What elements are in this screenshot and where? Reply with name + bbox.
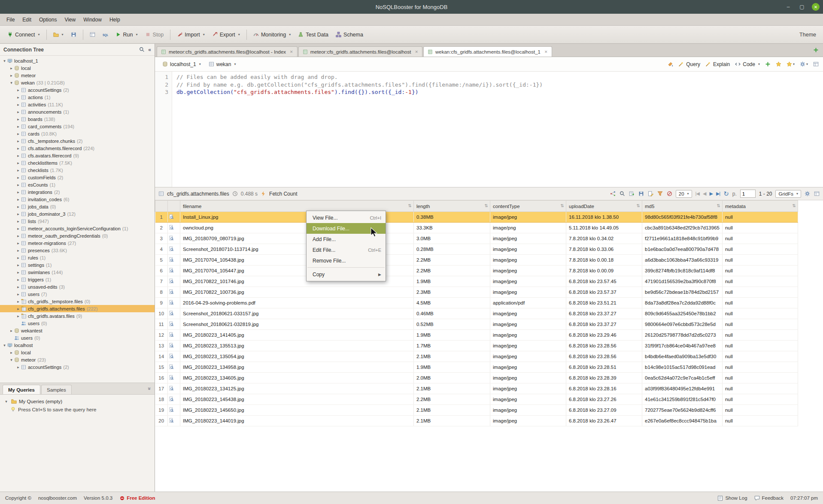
plus-button[interactable] [765, 61, 771, 67]
table-row[interactable]: 17IMG_20180223_134125.jpg2.1MBimage/jpeg… [155, 383, 798, 394]
chevron-right-icon[interactable]: ▸ [15, 292, 21, 296]
close-tab-icon[interactable]: ✕ [290, 50, 293, 54]
test-data-button[interactable]: Test Data [295, 29, 331, 40]
table-row[interactable]: 2owncloud.png33.3KBimage/png5.11.2018 kl… [155, 223, 798, 233]
panel-button[interactable] [813, 61, 819, 67]
export-button[interactable]: Export▾ [209, 29, 243, 40]
page-input[interactable] [740, 190, 756, 198]
menu-help[interactable]: Help [106, 15, 124, 25]
view-file-cell[interactable] [168, 405, 180, 416]
monitoring-button[interactable]: Monitoring▾ [250, 29, 294, 40]
tree-item-lists[interactable]: ▸lists(947) [0, 217, 155, 225]
table-row[interactable]: 3IMG_20180709_080719.jpg3.0MBimage/jpeg7… [155, 233, 798, 244]
tree-item-local[interactable]: ▸local [0, 64, 155, 72]
query-button[interactable]: Query [678, 61, 700, 67]
tree-item-meteor-migrations[interactable]: ▸meteor-migrations(27) [0, 239, 155, 247]
chevron-right-icon[interactable]: ▸ [9, 73, 14, 78]
chevron-down-icon[interactable]: ▾ [2, 343, 7, 347]
chevron-right-icon[interactable]: ▸ [15, 132, 21, 136]
close-tab-icon[interactable]: ✕ [544, 50, 548, 54]
my-queries-root[interactable]: ▾ My Queries (empty) [3, 397, 151, 405]
column-header-metadata[interactable]: metadata⇅ [722, 201, 798, 212]
table-row[interactable]: 10Screenshot_20180621-033157.jpg0.46MBim… [155, 308, 798, 319]
chevron-right-icon[interactable]: ▸ [15, 197, 21, 202]
fetch-count-button[interactable]: Fetch Count [269, 191, 297, 197]
tree-item-meteor_oauth_pendingCredentials[interactable]: ▸meteor_oauth_pendingCredentials(0) [0, 232, 155, 239]
minimize-button[interactable]: – [784, 3, 792, 11]
chevron-down-icon[interactable]: ▾ [2, 59, 7, 63]
table-row[interactable]: 19IMG_20180223_145650.jpg2.1MBimage/jpeg… [155, 405, 798, 416]
table-row[interactable]: 12IMG_20180223_141405.jpg1.9MBimage/jpeg… [155, 330, 798, 341]
tree-item-cfs._tempstore.chunks[interactable]: ▸cfs._tempstore.chunks(2) [0, 137, 155, 145]
tree-item-checklistItems[interactable]: ▸checklistItems(7.5K) [0, 159, 155, 166]
panel-button[interactable] [814, 191, 820, 196]
tree-item-customFields[interactable]: ▸customFields(2) [0, 174, 155, 181]
tree-item-meteor[interactable]: ▾meteor(23) [0, 356, 155, 363]
chevron-right-icon[interactable]: ▸ [9, 329, 14, 333]
feedback-button[interactable]: Feedback [754, 495, 784, 501]
tableexport-button[interactable] [629, 191, 635, 196]
theme-button[interactable]: Theme [799, 32, 819, 38]
menu-options[interactable]: Options [35, 15, 61, 25]
star-button[interactable]: ▾ [787, 61, 795, 67]
menu-item-edit-file[interactable]: Edit File...Ctrl+E [307, 244, 386, 255]
save-button[interactable] [68, 29, 79, 40]
tab-my-queries[interactable]: My Queries [3, 385, 40, 394]
tree-item-users[interactable]: users(0) [0, 334, 155, 341]
menu-view[interactable]: View [61, 15, 79, 25]
tree-item-swimlanes[interactable]: ▸swimlanes(144) [0, 269, 155, 276]
tree-item-rules[interactable]: ▸rules(1) [0, 254, 155, 261]
explain-button[interactable]: Explain [705, 61, 730, 67]
tab-document-1[interactable]: meteor:cfs_gridfs.attachments.files@loca… [157, 46, 298, 57]
tree-item-accountSettings[interactable]: ▸accountSettings(2) [0, 363, 155, 371]
chevron-right-icon[interactable]: ▸ [15, 241, 21, 245]
tree-item-localhost[interactable]: ▾localhost [0, 341, 155, 349]
menu-window[interactable]: Window [79, 15, 106, 25]
view-file-cell[interactable] [168, 233, 180, 244]
search-icon[interactable] [139, 47, 145, 52]
chevron-right-icon[interactable]: ▸ [15, 205, 21, 209]
view-file-cell[interactable] [168, 287, 180, 298]
nofilter-button[interactable] [667, 191, 672, 196]
chevron-down-icon[interactable]: ▾ [9, 358, 14, 362]
table-row[interactable]: 4Screenshot_20180710-113714.jpg0.28MBima… [155, 244, 798, 255]
tree-item-boards[interactable]: ▸boards(138) [0, 115, 155, 123]
tree-item-localhost_1[interactable]: ▾localhost_1 [0, 57, 155, 64]
tree-item-wekan[interactable]: ▾wekan(33 | 0.21GB) [0, 79, 155, 86]
site-link[interactable]: nosqlbooster.com [38, 495, 77, 501]
tab-document-2[interactable]: meteor:cfs_gridfs.attachments.files@loca… [298, 46, 422, 57]
gear-button[interactable]: ▾ [800, 61, 808, 67]
close-tab-icon[interactable]: ✕ [415, 50, 418, 54]
menu-item-copy[interactable]: Copy▶ [307, 269, 386, 280]
view-file-cell[interactable] [168, 341, 180, 351]
view-file-cell[interactable] [168, 244, 180, 255]
next-page-button[interactable]: ▶ [709, 191, 712, 196]
run-button[interactable]: Run▾ [112, 29, 141, 40]
menu-item-remove-file[interactable]: Remove File... [307, 255, 386, 266]
page-size-select[interactable]: 20 ▾ [676, 190, 692, 198]
floppy-button[interactable] [638, 191, 644, 196]
chevron-right-icon[interactable]: ▸ [15, 95, 21, 100]
view-file-cell[interactable] [168, 276, 180, 287]
tree-item-checklists[interactable]: ▸checklists(1.7K) [0, 166, 155, 174]
close-button[interactable]: ✕ [812, 3, 820, 11]
table-row[interactable]: 14IMG_20180223_135054.jpg2.1MBimage/jpeg… [155, 351, 798, 362]
tree-item-accountSettings[interactable]: ▸accountSettings(2) [0, 86, 155, 94]
tree-item-esCounts[interactable]: ▸esCounts(1) [0, 181, 155, 188]
prev-page-button[interactable]: ◀ [703, 191, 706, 196]
last-page-button[interactable]: ▶| [716, 191, 720, 196]
table-row[interactable]: 7IMG_20170822_101746.jpg1.9MBimage/jpeg6… [155, 276, 798, 287]
tree-item-users[interactable]: ▸users(7) [0, 290, 155, 298]
menu-edit[interactable]: Edit [18, 15, 35, 25]
tree-item-cards[interactable]: ▸cards(10.8K) [0, 130, 155, 137]
tree-item-jobs_data[interactable]: ▸jobs_data(0) [0, 203, 155, 210]
tree-item-integrations[interactable]: ▸integrations(2) [0, 188, 155, 196]
chevron-right-icon[interactable]: ▸ [15, 117, 21, 121]
gear-button[interactable] [805, 191, 810, 196]
view-file-cell[interactable] [168, 298, 180, 308]
import-button[interactable]: Import▾ [174, 29, 207, 40]
chevron-right-icon[interactable]: ▸ [15, 365, 21, 369]
chevron-right-icon[interactable]: ▸ [15, 154, 21, 158]
chevron-right-icon[interactable]: ▸ [15, 256, 21, 260]
chevron-right-icon[interactable]: ▸ [15, 299, 21, 304]
